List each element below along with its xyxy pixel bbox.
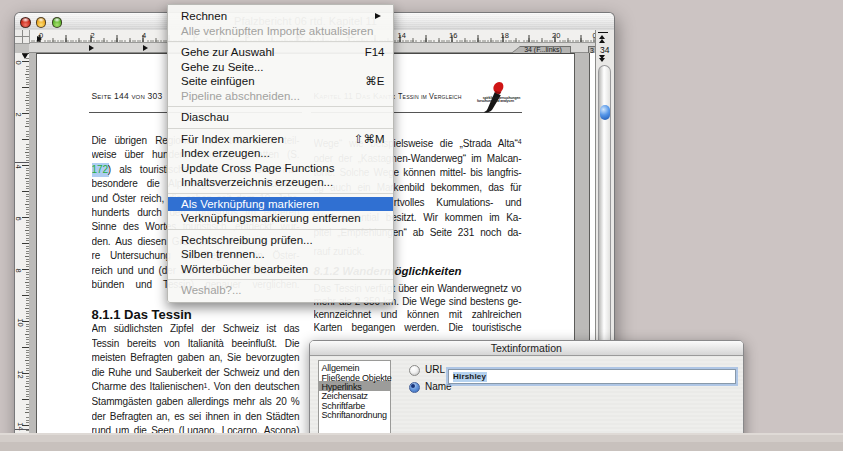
svg-text:forschung und analysen: forschung und analysen (477, 99, 514, 103)
